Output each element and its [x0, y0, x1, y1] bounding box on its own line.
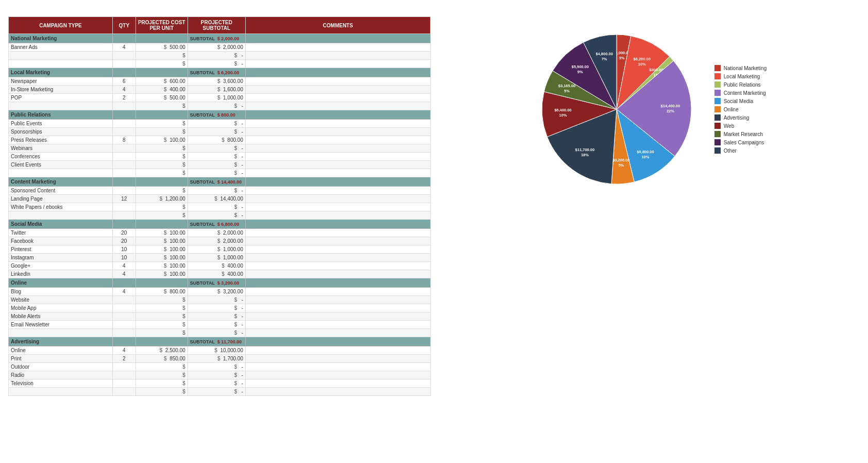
- item-qty: [112, 296, 135, 304]
- item-name: Instagram: [9, 254, 113, 262]
- item-name: Press Releases: [9, 136, 113, 144]
- table-row: $ $ -: [9, 102, 431, 110]
- category-cost: [135, 177, 188, 187]
- legend-label: Sales Campaigns: [724, 140, 764, 145]
- table-row: Blog 4 $ 800.00 $ 3,200.00: [9, 288, 431, 296]
- item-subtotal: $ -: [188, 329, 245, 337]
- chart-legend: National Marketing Local Marketing Publi…: [714, 65, 767, 154]
- item-cost: $ 100.00: [135, 136, 188, 144]
- legend-item: Web: [714, 123, 767, 129]
- item-qty: 4: [112, 86, 135, 94]
- item-qty: [112, 363, 135, 371]
- item-subtotal: $ -: [188, 371, 245, 379]
- item-qty: 20: [112, 237, 135, 245]
- table-row: Google+ 4 $ 100.00 $ 400.00: [9, 262, 431, 270]
- item-subtotal: $ -: [188, 363, 245, 371]
- item-comments: [245, 86, 430, 94]
- category-subtotal-label: SUBTOTAL $ 14,400.00: [188, 177, 245, 187]
- item-subtotal: $ -: [188, 60, 245, 68]
- item-cost: $: [135, 312, 188, 321]
- item-qty: [112, 102, 135, 110]
- item-name: Blog: [9, 288, 113, 296]
- item-name: Twitter: [9, 229, 113, 237]
- category-qty: [112, 34, 135, 43]
- item-name: Sponsorships: [9, 128, 113, 136]
- pie-chart-svg: $2,000.003%$6,200.0010%$800.001%$14,400.…: [534, 27, 699, 192]
- item-comments: [245, 296, 430, 304]
- pie-label-value: $3,200.00: [612, 158, 629, 162]
- table-row: Sponsorships $ $ -: [9, 128, 431, 136]
- category-subtotal-label: SUBTOTAL $ 800.00: [188, 110, 245, 120]
- table-row: Press Releases 8 $ 100.00 $ 800.00: [9, 136, 431, 144]
- item-cost: $ 400.00: [135, 86, 188, 94]
- table-row: Newspaper 6 $ 600.00 $ 3,600.00: [9, 77, 431, 86]
- item-cost: $ 100.00: [135, 245, 188, 254]
- item-cost: $ 100.00: [135, 254, 188, 262]
- item-name: Website: [9, 296, 113, 304]
- item-name: Pinterest: [9, 245, 113, 254]
- legend-item: Market Research: [714, 131, 767, 137]
- item-comments: [245, 329, 430, 337]
- item-cost: $: [135, 52, 188, 60]
- item-comments: [245, 128, 430, 136]
- chart-and-legend: $2,000.003%$6,200.0010%$800.001%$14,400.…: [534, 27, 767, 192]
- table-row: $ $ -: [9, 169, 431, 177]
- legend-item: National Marketing: [714, 65, 767, 71]
- legend-color-box: [714, 65, 721, 71]
- item-cost: $ 800.00: [135, 288, 188, 296]
- item-cost: $ 1,200.00: [135, 195, 188, 203]
- item-subtotal: $ -: [188, 388, 245, 396]
- table-row: Conferences $ $ -: [9, 153, 431, 161]
- category-cost: [135, 34, 188, 43]
- item-comments: [245, 304, 430, 312]
- item-subtotal: $ -: [188, 144, 245, 153]
- table-row: Client Events $ $ -: [9, 161, 431, 169]
- item-name: Landing Page: [9, 195, 113, 203]
- item-name: LinkedIn: [9, 270, 113, 278]
- item-cost: $: [135, 203, 188, 211]
- category-subtotal-label: SUBTOTAL $ 6,800.00: [188, 220, 245, 229]
- item-qty: 4: [112, 43, 135, 52]
- table-row: $ $ -: [9, 329, 431, 337]
- item-qty: [112, 203, 135, 211]
- item-qty: [112, 144, 135, 153]
- item-name: Email Newsletter: [9, 321, 113, 329]
- legend-color-box: [714, 73, 721, 79]
- item-cost: $ 600.00: [135, 77, 188, 86]
- legend-label: Other: [724, 148, 737, 154]
- item-subtotal: $ 400.00: [188, 262, 245, 270]
- legend-color-box: [714, 123, 721, 129]
- item-qty: 2: [112, 94, 135, 102]
- item-name: [9, 52, 113, 60]
- legend-label: Social Media: [724, 98, 753, 104]
- table-row: Radio $ $ -: [9, 371, 431, 379]
- item-cost: $: [135, 363, 188, 371]
- item-subtotal: $ -: [188, 120, 245, 128]
- legend-item: Social Media: [714, 98, 767, 104]
- item-qty: [112, 312, 135, 321]
- item-comments: [245, 379, 430, 388]
- legend-item: Local Marketing: [714, 73, 767, 79]
- item-comments: [245, 321, 430, 329]
- item-name: Outdoor: [9, 363, 113, 371]
- table-row: Instagram 10 $ 100.00 $ 1,000.00: [9, 254, 431, 262]
- item-comments: [245, 102, 430, 110]
- category-name: National Marketing: [9, 34, 113, 43]
- category-qty: [112, 110, 135, 120]
- pie-label-pct: 10%: [638, 62, 645, 67]
- item-subtotal: $ -: [188, 169, 245, 177]
- item-subtotal: $ -: [188, 187, 245, 195]
- item-comments: [245, 211, 430, 220]
- category-comments: [245, 278, 430, 288]
- item-name: Print: [9, 355, 113, 363]
- item-qty: [112, 371, 135, 379]
- category-name: Social Media: [9, 220, 113, 229]
- legend-item: Other: [714, 147, 767, 154]
- item-cost: $ 500.00: [135, 43, 188, 52]
- legend-item: Advertising: [714, 114, 767, 121]
- item-name: [9, 60, 113, 68]
- legend-label: Public Relations: [724, 82, 761, 88]
- table-row: In-Store Marketing 4 $ 400.00 $ 1,600.00: [9, 86, 431, 94]
- item-cost: $: [135, 304, 188, 312]
- item-cost: $: [135, 102, 188, 110]
